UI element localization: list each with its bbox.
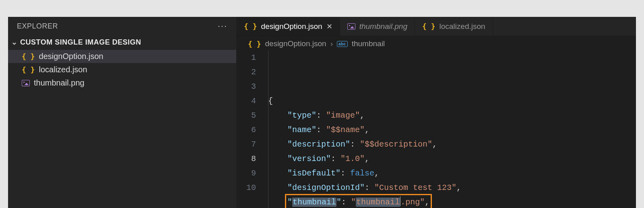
image-icon [22,80,30,86]
code-line[interactable]: "designOptionId": "Custom test 123", [268,181,636,195]
line-number: 1 [237,51,256,65]
explorer-title: EXPLORER [17,22,58,31]
explorer-more-icon[interactable]: ··· [218,21,227,31]
editor-pane: { }designOption.json✕thumbnail.png{ }loc… [237,17,636,208]
code-line[interactable]: "version": "1.0", [268,152,636,166]
line-number: 7 [237,137,256,152]
file-list: { }designOption.json{ }localized.jsonthu… [8,50,236,90]
code-line[interactable]: "type": "image", [268,108,636,123]
line-number: 6 [237,123,256,137]
json-icon: { } [22,65,35,74]
breadcrumb-sep-icon: › [330,39,333,48]
explorer-header: EXPLORER ··· [8,17,236,35]
line-number-gutter: 12345678910 [237,51,265,208]
symbol-icon: abc [337,41,348,47]
line-number: 3 [237,80,256,94]
tab-label: designOption.json [261,22,322,31]
chevron-down-icon: ⌄ [11,38,17,47]
file-item-label: localized.json [39,65,87,74]
breadcrumb-symbol: thumbnail [352,39,385,48]
tab-label: localized.json [440,22,485,31]
code-line[interactable]: "name": "$$name", [268,123,636,137]
code-line[interactable]: "description": "$$description", [268,137,636,152]
file-item[interactable]: { }localized.json [8,63,236,76]
folder-name: CUSTOM SINGLE IMAGE DESIGN [20,38,141,47]
code-area[interactable]: 12345678910 { "type": "image", "name": "… [237,51,636,208]
line-number: 4 [237,94,256,108]
editor-tab[interactable]: thumbnail.png [340,17,415,36]
code-line[interactable]: "isDefault": false, [268,166,636,181]
json-icon: { } [22,52,35,61]
folder-header[interactable]: ⌄ CUSTOM SINGLE IMAGE DESIGN [8,35,236,49]
app-window: EXPLORER ··· ⌄ CUSTOM SINGLE IMAGE DESIG… [8,17,636,208]
close-icon[interactable]: ✕ [326,22,332,31]
line-number: 2 [237,65,256,80]
file-item[interactable]: { }designOption.json [8,50,236,63]
code-line[interactable]: { [268,94,636,108]
tab-label: thumbnail.png [359,22,407,31]
json-icon: { } [248,40,261,48]
json-icon: { } [244,22,257,31]
file-item-label: thumbnail.png [34,78,85,88]
breadcrumb-file: designOption.json [265,39,326,48]
line-number: 8 [237,152,256,166]
line-number: 5 [237,108,256,123]
line-number: 9 [237,166,256,181]
json-icon: { } [422,22,436,31]
explorer-sidebar: EXPLORER ··· ⌄ CUSTOM SINGLE IMAGE DESIG… [8,17,237,208]
line-number: 10 [237,181,256,195]
code-line[interactable]: "thumbnail": "thumbnail.png", [268,195,636,208]
breadcrumb[interactable]: { } designOption.json › abc thumbnail [237,36,636,51]
editor-tabs: { }designOption.json✕thumbnail.png{ }loc… [237,17,636,36]
editor-tab[interactable]: { }designOption.json✕ [237,17,340,36]
code-content[interactable]: { "type": "image", "name": "$$name", "de… [265,51,636,208]
editor-tab[interactable]: { }localized.json [415,17,493,36]
file-item-label: designOption.json [39,52,103,61]
file-item[interactable]: thumbnail.png [8,76,236,90]
image-icon [347,23,355,30]
